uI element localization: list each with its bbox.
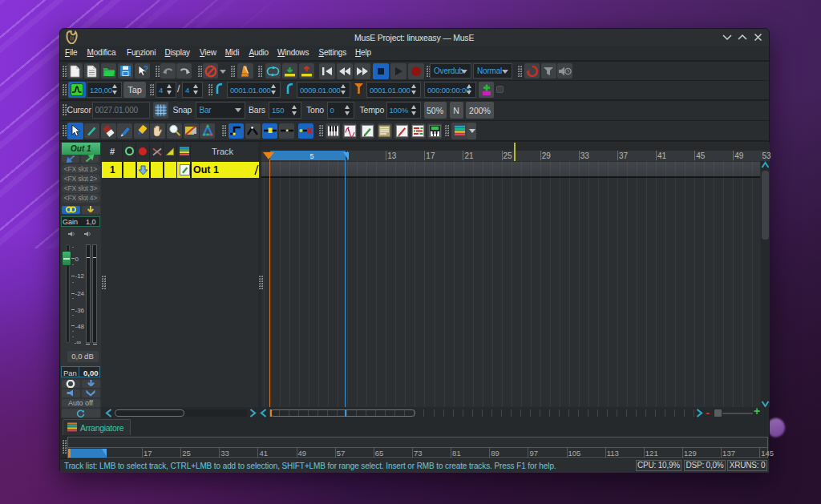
- svg-text:?: ?: [144, 65, 148, 74]
